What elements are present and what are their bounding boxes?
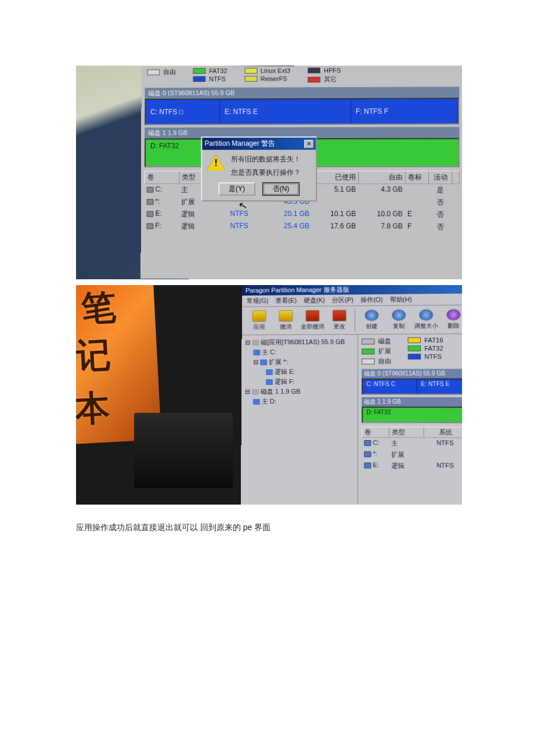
s2-th-type[interactable]: 类型 bbox=[389, 427, 424, 437]
swatch-fat32-2 bbox=[408, 345, 421, 351]
table-row[interactable]: C:主NTFS10.4 GB bbox=[362, 438, 462, 450]
s2-disk0-header: 磁盘 0 (ST960811AS) 55.9 GB bbox=[362, 369, 462, 379]
dialog-yes-button[interactable]: 是(Y) bbox=[218, 182, 255, 196]
neon-glyph-2: 记 bbox=[76, 332, 112, 380]
tree-ext-label: 扩展 *: bbox=[269, 358, 287, 365]
table-row[interactable]: E:逻辑NTFS20.1 GB10.1 GB10.0 GBE否 bbox=[145, 208, 460, 221]
disk-tree: ⊟ 磁[应用]T960811AS) 55.9 GB 主 C: ⊟ 扩展 *: 逻… bbox=[241, 334, 358, 505]
toolbar-change-button[interactable]: 更改 bbox=[326, 308, 352, 332]
s2-th-sys[interactable]: 系统 bbox=[424, 427, 462, 438]
s2-partition-e[interactable]: E: NTFS E bbox=[417, 379, 462, 394]
toolbar-resize-button[interactable]: 调整大小 bbox=[413, 308, 439, 332]
partition-f[interactable]: F: NTFS F bbox=[351, 99, 459, 124]
swatch-ext3 bbox=[244, 68, 257, 74]
s2-partition-c[interactable]: C: NTFS C bbox=[363, 380, 417, 394]
toolbar-undo-label: 撤消 bbox=[280, 323, 291, 331]
s2-th-vol[interactable]: 卷 bbox=[362, 427, 389, 437]
menu-disk[interactable]: 硬盘(K) bbox=[304, 296, 325, 305]
swatch-disk bbox=[362, 339, 374, 344]
swatch-other bbox=[308, 77, 320, 82]
tree-disk1-label: 磁盘 1 1.9 GB bbox=[261, 388, 301, 395]
legend-hpfs: HPFS bbox=[324, 67, 341, 74]
neon-glyph-3: 本 bbox=[76, 384, 111, 433]
partition-c[interactable]: C: NTFS □ bbox=[146, 100, 220, 124]
legend-fat16: FAT16 bbox=[424, 337, 443, 344]
legend-fat32: FAT32 bbox=[209, 67, 227, 74]
dialog-titlebar[interactable]: Partition Manager 警告 ✕ bbox=[202, 138, 316, 150]
menu-general[interactable]: 常规(G) bbox=[247, 297, 269, 305]
tree-f-label: 逻辑 F: bbox=[275, 378, 295, 385]
change-icon bbox=[333, 309, 347, 321]
legend-reiser: ReiserFS bbox=[261, 75, 287, 82]
toolbar-resize-label: 调整大小 bbox=[414, 322, 438, 330]
legend-ext3: Linux Ext3 bbox=[261, 67, 290, 74]
screenshot-1: 自由 FAT32 NTFS Linux Ext3 ReiserFS HPFS 其… bbox=[76, 66, 462, 279]
drive-icon bbox=[266, 379, 273, 385]
partition-e[interactable]: E: NTFS E bbox=[220, 99, 351, 124]
s2-disk0-bar: 磁盘 0 (ST960811AS) 55.9 GB C: NTFS C E: N… bbox=[362, 369, 462, 395]
dialog-message-1: 所有旧的数据将丢失！ bbox=[231, 154, 301, 164]
tree-d[interactable]: 主 D: bbox=[243, 397, 356, 406]
toolbar-apply-button[interactable]: 应用 bbox=[247, 309, 272, 332]
tree-c[interactable]: 主 C: bbox=[243, 347, 356, 357]
dialog-close-button[interactable]: ✕ bbox=[304, 139, 313, 147]
legend-disk: 磁盘 bbox=[378, 337, 391, 345]
tree-e[interactable]: 逻辑 E: bbox=[243, 367, 356, 377]
undoall-icon bbox=[305, 310, 319, 322]
warning-dialog: Partition Manager 警告 ✕ ! 所有旧的数据将丢失！ 您是否真… bbox=[201, 136, 317, 201]
legend-ntfs-2: NTFS bbox=[424, 353, 442, 360]
toolbar-delete-button[interactable]: 删除 bbox=[441, 308, 462, 332]
menu-operate[interactable]: 操作(O) bbox=[360, 296, 383, 304]
toolbar-create-button[interactable]: 创建 bbox=[359, 308, 385, 332]
tree-c-label: 主 C: bbox=[262, 348, 276, 355]
tree-ext[interactable]: ⊟ 扩展 *: bbox=[243, 357, 356, 368]
table-row[interactable]: F:逻辑NTFS25.4 GB17.6 GB7.8 GBF否 bbox=[145, 221, 460, 233]
toolbar-copy-button[interactable]: 复制 bbox=[386, 308, 412, 332]
s2-disk1-bar: 磁盘 1 1.9 GB D: FAT32 bbox=[362, 397, 462, 423]
neon-glyph-1: 笔 bbox=[80, 285, 117, 333]
delete-icon bbox=[446, 309, 461, 321]
toolbar-apply-label: 应用 bbox=[253, 323, 265, 331]
legend-other: 其它 bbox=[324, 75, 337, 84]
menu-partition[interactable]: 分区(P) bbox=[332, 296, 353, 304]
menu-view[interactable]: 查看(E) bbox=[275, 296, 297, 305]
resize-icon bbox=[419, 309, 434, 321]
right-pane: 磁盘 扩展 自由 FAT16 FAT32 NTFS 磁盘 0 (ST960811… bbox=[358, 334, 462, 505]
tree-d-label: 主 D: bbox=[262, 398, 276, 405]
toolbar-create-label: 创建 bbox=[366, 322, 377, 330]
legend-free: 自由 bbox=[163, 67, 176, 76]
tree-disk1[interactable]: ⊟ 磁盘 1 1.9 GB bbox=[243, 387, 356, 397]
table-row[interactable]: E:逻辑NTFS20.1 GB10 bbox=[362, 460, 462, 472]
toolbar-undo-button[interactable]: 撤消 bbox=[273, 309, 298, 332]
disk0-bar: 磁盘 0 (ST960811AS) 55.9 GB C: NTFS □ E: N… bbox=[145, 87, 459, 125]
th-volume[interactable]: 卷 bbox=[145, 171, 179, 183]
toolbar-copy-label: 复制 bbox=[393, 322, 405, 330]
drive-icon bbox=[266, 369, 273, 375]
legend-ntfs: NTFS bbox=[209, 75, 225, 82]
dialog-no-button[interactable]: 否(N) bbox=[262, 182, 300, 196]
drive-icon bbox=[253, 350, 260, 355]
th-free[interactable]: 自由 bbox=[359, 171, 406, 183]
th-active[interactable]: 活动 bbox=[429, 171, 453, 183]
th-used[interactable]: 已使用 bbox=[312, 171, 359, 183]
table-row[interactable]: *:扩展45.5 GB bbox=[362, 449, 462, 461]
toolbar-undoall-button[interactable]: 全部撤消 bbox=[300, 309, 325, 332]
caption-text: 应用操作成功后就直接退出就可以 回到原来的 pe 界面 bbox=[76, 523, 270, 533]
create-icon bbox=[365, 309, 378, 321]
filesystem-legend: 自由 FAT32 NTFS Linux Ext3 ReiserFS HPFS 其… bbox=[142, 66, 462, 85]
tree-disk0[interactable]: ⊟ 磁[应用]T960811AS) 55.9 GB bbox=[243, 337, 356, 347]
tree-f[interactable]: 逻辑 F: bbox=[243, 377, 356, 387]
menu-help[interactable]: 帮助(H) bbox=[390, 295, 412, 304]
th-label[interactable]: 卷标 bbox=[406, 171, 429, 183]
swatch-fat32 bbox=[193, 68, 205, 74]
filesystem-legend-2: 磁盘 扩展 自由 FAT16 FAT32 NTFS bbox=[362, 336, 462, 366]
background-monitor bbox=[134, 413, 233, 488]
s2-partition-d[interactable]: D: FAT32 bbox=[363, 408, 462, 422]
s2-volume-table: 卷 类型 系统 大小 已 C:主NTFS10.4 GB*:扩展45.5 GBE:… bbox=[362, 427, 462, 473]
toolbar: 应用 撤消 全部撤消 更改 创建 复制 调整大小 删除 bbox=[242, 305, 462, 336]
swatch-fat16 bbox=[408, 337, 421, 343]
swatch-ntfs bbox=[193, 76, 205, 82]
legend-free-2: 自由 bbox=[378, 357, 391, 365]
s2-disk1-header: 磁盘 1 1.9 GB bbox=[362, 397, 462, 406]
harddisk-icon bbox=[252, 389, 259, 395]
